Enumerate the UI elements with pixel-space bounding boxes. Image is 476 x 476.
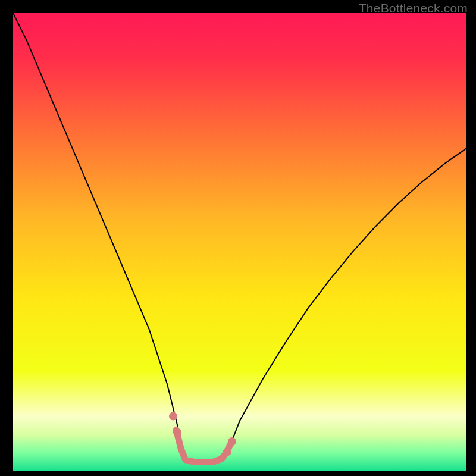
watermark-text: TheBottleneck.com xyxy=(359,1,468,15)
bottleneck-curve xyxy=(13,13,466,462)
curve-layer xyxy=(13,13,466,471)
plot-area xyxy=(13,13,466,471)
sweet-spot-dots-point xyxy=(169,412,177,421)
chart-frame: TheBottleneck.com xyxy=(0,0,476,476)
sweet-spot-dots-point xyxy=(173,428,181,437)
sweet-spot-band xyxy=(176,430,230,462)
sweet-spot-dots-point xyxy=(228,437,236,446)
sweet-spot-dots-point xyxy=(223,448,231,456)
